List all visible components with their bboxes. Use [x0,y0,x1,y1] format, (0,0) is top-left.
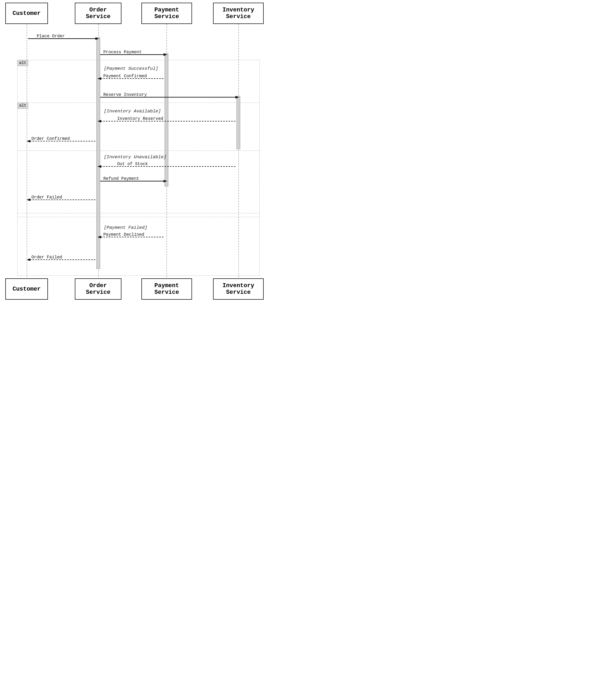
label-payment-confirmed: Payment Confirmed [103,74,147,78]
label-order-confirmed: Order Confirmed [32,136,70,141]
label-out-of-stock: Out of Stock [117,162,148,166]
label-refund-payment: Refund Payment [103,176,139,181]
actor-order-top: Order Service [75,3,122,24]
actor-customer-bottom: Customer [5,278,48,300]
svg-marker-21 [27,258,30,261]
label-place-order: Place Order [37,34,65,39]
label-order-failed-2: Order Failed [32,255,62,260]
svg-marker-13 [98,165,101,168]
svg-marker-9 [98,120,101,123]
sequence-diagram: Customer Order Service Payment Service I… [0,0,266,302]
guard-payment-failed: [Payment Failed] [104,225,147,230]
svg-marker-3 [164,53,167,56]
svg-marker-7 [236,96,239,99]
svg-marker-5 [98,77,101,80]
actor-inventory-top: Inventory Service [213,3,264,24]
alt-label-2: alt [17,102,28,109]
guard-inventory-unavailable: [Inventory Unavailable] [104,154,166,160]
guard-inventory-available: [Inventory Available] [104,109,161,114]
actor-order-bottom: Order Service [75,278,122,300]
svg-marker-1 [95,37,99,40]
actor-payment-bottom: Payment Service [141,278,192,300]
svg-marker-17 [27,198,30,201]
label-order-failed-1: Order Failed [32,195,62,200]
svg-marker-11 [27,140,30,142]
label-payment-declined: Payment Declined [103,232,144,237]
actor-payment-top: Payment Service [141,3,192,24]
guard-payment-successful: [Payment Successful] [104,66,158,71]
svg-marker-15 [164,180,167,183]
label-reserve-inventory: Reserve Inventory [103,92,147,97]
svg-marker-19 [98,236,101,238]
label-process-payment: Process Payment [103,50,142,54]
actor-inventory-bottom: Inventory Service [213,278,264,300]
alt-label-1: alt [17,60,28,66]
actor-customer-top: Customer [5,3,48,24]
label-inventory-reserved: Inventory Reserved [117,116,163,121]
